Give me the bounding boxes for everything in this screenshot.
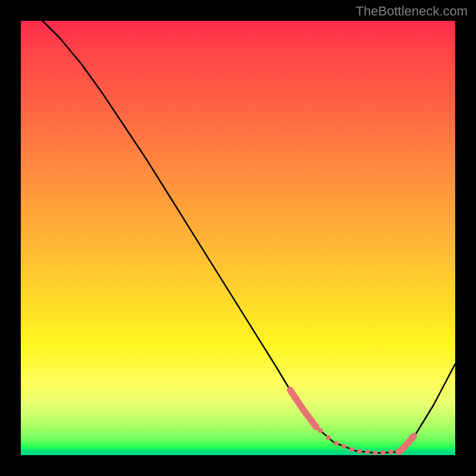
chart-svg: [21, 21, 455, 455]
plot-area: [21, 21, 455, 455]
svg-point-6: [365, 450, 369, 455]
curve-line: [43, 21, 456, 453]
svg-point-4: [349, 447, 354, 452]
svg-point-0: [318, 428, 323, 433]
svg-point-5: [357, 449, 362, 453]
svg-point-7: [373, 450, 378, 455]
chart-container: TheBottleneck.com: [0, 0, 476, 476]
svg-point-9: [389, 450, 393, 455]
watermark-label: TheBottleneck.com: [356, 4, 468, 19]
curve-markers: [290, 390, 414, 456]
svg-point-3: [342, 444, 346, 449]
svg-point-2: [334, 441, 339, 446]
svg-point-10: [396, 449, 401, 454]
svg-point-1: [326, 435, 331, 440]
svg-point-8: [381, 450, 386, 455]
